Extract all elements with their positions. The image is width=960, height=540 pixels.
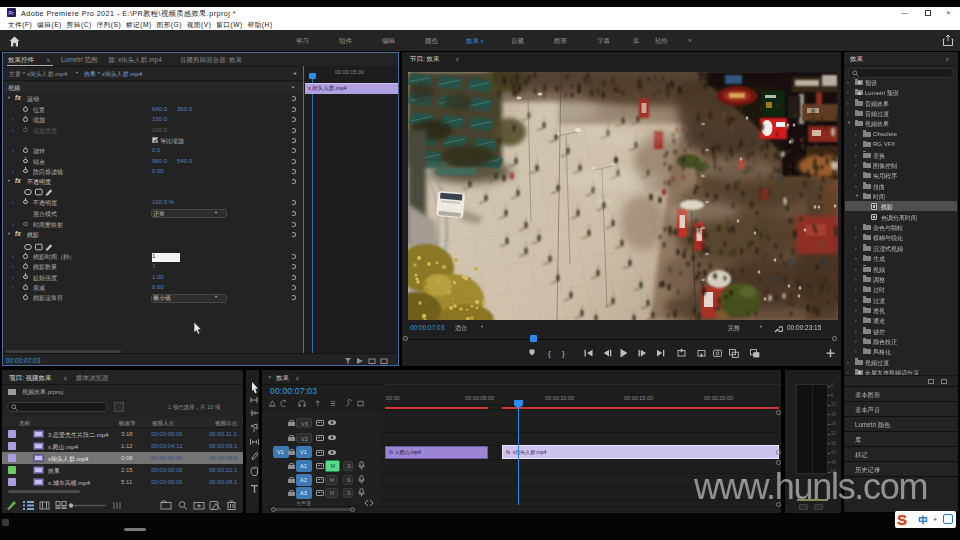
- svg-text:}: }: [562, 349, 565, 358]
- svg-text:{: {: [548, 349, 551, 358]
